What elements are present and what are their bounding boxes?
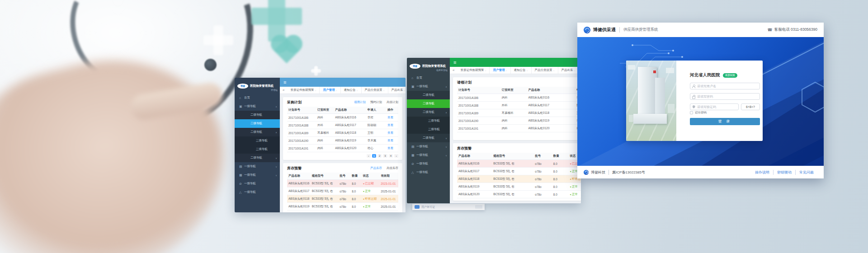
page-button[interactable]: 1 [372,154,376,158]
menu-item-label: 三级导航 [428,127,447,131]
page-button[interactable]: › [394,154,398,158]
cell-dept: 内科 [316,137,334,145]
hamburger-icon[interactable]: ≡ [453,60,456,65]
page-tab[interactable]: 用户管理 ○ [490,67,510,74]
view-link[interactable]: 查看 [386,114,398,122]
sidebar-menu-item[interactable]: 二级导航 ∧ [235,128,280,136]
page-tab[interactable]: 用户管理 ○ [320,87,340,94]
page-button[interactable]: ‹ [367,154,371,158]
sidebar-menu-item[interactable]: ▣ 一级导航 ∧ [407,82,450,91]
sidebar-menu-item[interactable]: 三级导航 [235,145,280,154]
login-button[interactable]: 登 录 [690,118,760,125]
brand-name: 博健供采通 [593,27,616,33]
page-tab[interactable]: 通知公告 ○ [511,67,532,74]
sidebar-menu-item[interactable]: 二级导航 [235,119,280,128]
sidebar-menu-item[interactable]: 二级导航 ∨ [235,154,280,162]
chevron-icon: ∨ [445,137,447,140]
hamburger-icon[interactable]: ≡ [283,80,286,85]
card-filter-link[interactable]: 领用计划 [354,100,366,104]
status-badge: 即将过期 [362,195,379,203]
sidebar-menu-item[interactable]: ▦ 一级导航 ∨ [235,171,280,179]
cell-expiry-date: 2023-01-01 [379,180,398,187]
page-tab[interactable]: 通知公告 ○ [341,87,362,94]
sidebar-menu-item[interactable]: ▦ 一级导航 ∨ [407,151,450,159]
captcha-input[interactable] [697,105,738,108]
tab-close-icon[interactable]: ○ [553,69,555,72]
sidebar-menu-item[interactable]: △ 一级导航 [407,168,450,177]
collapse-tabs-icon[interactable]: « [280,88,287,92]
footer-link[interactable]: 密钥驱动 [773,170,795,175]
page-tab[interactable]: 资质证件效期预警 ○ [457,67,490,74]
sidebar-menu-item[interactable]: ▣ 一级导航 ∧ [235,102,280,111]
sidebar-menu-item[interactable]: 二级导航 [235,111,280,119]
sidebar-menu-item[interactable]: 三级导航 [407,117,450,125]
card-filter-link[interactable]: 预约计划 [370,100,382,104]
lock-icon [692,95,695,98]
card-filter-link[interactable]: 高值库存 [387,166,398,170]
view-link[interactable]: 查看 [386,129,398,137]
page-button[interactable]: 4 [389,154,393,158]
password-input[interactable] [697,95,760,98]
sidebar-menu-item[interactable]: ⊘ 一级导航 [235,179,280,188]
sidebar-menu-item[interactable]: 二级导航 [407,91,450,99]
tab-close-icon[interactable]: ○ [357,89,358,92]
sidebar-menu-item[interactable]: ▤ 一级导航 ∨ [407,142,450,151]
column-header: 订货科室 [316,107,334,114]
view-link[interactable]: 查看 [386,137,398,145]
captcha-question[interactable]: 6+8=? [741,103,760,110]
page-tab[interactable]: 产品出库 ○ [388,87,406,94]
menu-item-label: 一级导航 [244,182,277,186]
cell-spec: BC533型 5孔 右 [492,175,533,183]
footer-link[interactable]: 常见问题 [795,170,817,175]
tab-close-icon[interactable]: ○ [574,69,576,72]
tab-close-icon[interactable]: ○ [315,89,316,92]
sidebar-menu-item[interactable]: ⊘ 一级导航 [407,159,450,168]
page-tab[interactable]: 产品分类设置 ○ [362,87,388,94]
tab-close-icon[interactable]: ○ [383,89,385,92]
sidebar-menu-item[interactable]: 二级导航 ∨ [407,134,450,142]
captcha-field-wrap [690,103,739,110]
tab-close-icon[interactable]: ○ [485,69,486,72]
footer-link[interactable]: 操作说明 [751,170,773,175]
page-tab[interactable]: 产品出库 ○ [558,67,579,74]
sidebar-menu-item[interactable]: △ 一级导航 [235,188,280,197]
collapse-tabs-icon[interactable]: « [450,68,457,72]
remember-checkbox[interactable] [690,111,693,114]
sidebar-menu-item[interactable]: ⌂ 首页 [235,94,280,102]
tab-close-icon[interactable]: ○ [335,89,337,92]
sidebar-menu-item[interactable]: 三级导航 [407,125,450,134]
window-admin-console: 博健 医院物资管理系统 管理端 ⌂ 首页 ▣ 一级导航 [235,78,406,212]
cell-plan-no: 20171001A191 [457,125,500,132]
username-input[interactable] [697,84,760,88]
view-link[interactable]: 查看 [386,145,398,152]
page-button[interactable]: 2 [377,154,382,158]
admin-logo-row: 博健 医院物资管理系统 管理端 [235,78,280,94]
view-link[interactable]: 查看 [386,122,398,129]
tab-close-icon[interactable]: ○ [527,69,528,72]
admin-menu: ⌂ 首页 ▣ 一级导航 ∧ 二级导航 [235,94,280,197]
column-header: 规格型号 [492,153,533,160]
page-tab[interactable]: 产品分类设置 ○ [532,67,558,74]
menu-item-label: 二级导航 [250,122,277,126]
cell-plan-no: 20171001A186 [287,114,316,122]
sidebar-menu-item[interactable]: 二级导航 [407,99,450,108]
page-tab[interactable]: 资质证件效期预警 ○ [287,87,320,94]
hospital-select-badge[interactable]: 请选医院 [723,73,737,78]
sidebar-menu-item[interactable]: ▤ 一级导航 ∨ [235,162,280,171]
tab-close-icon[interactable]: ○ [404,89,406,92]
page-button[interactable]: 3 [383,154,387,158]
chevron-icon: ∧ [275,131,277,134]
sidebar-menu-item[interactable]: ⌂ 首页 [407,74,450,82]
sidebar-menu-item[interactable]: 二级导航 ∧ [407,108,450,117]
status-badge: 已过期 [362,180,379,187]
cell-qty: 8.0 [552,175,569,183]
card-filter-link[interactable]: 产品库存 [370,166,382,170]
card-filter-link[interactable]: 高值计划 [387,100,398,104]
tab-close-icon[interactable]: ○ [505,69,507,72]
chevron-icon: ∨ [445,145,447,148]
menu-item-label: 一级导航 [416,170,447,174]
sidebar-menu-item[interactable]: 三级导航 [235,136,280,145]
table-row: ABS床头柜0120 BC533型 5孔 右 o78o 8.0 正常 2025-… [287,211,398,213]
list-item-action[interactable] [475,205,482,209]
window-partial-listrow[interactable]: 用户许可证 [412,204,485,210]
